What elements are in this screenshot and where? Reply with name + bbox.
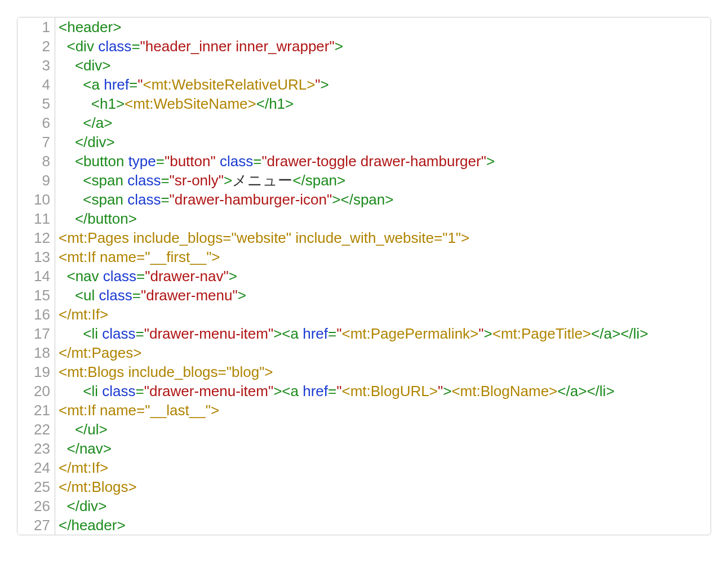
code-token: </ [75, 421, 87, 438]
code-token: " [315, 76, 320, 93]
code-token: > [102, 57, 110, 74]
code-content: <li class="drawer-menu-item"><a href="<m… [55, 381, 711, 401]
code-token: ul [87, 421, 99, 438]
code-block: 1<header>2 <div class="header_inner inne… [17, 17, 711, 535]
code-content: <span class="drawer-hamburger-icon"></sp… [55, 190, 711, 209]
code-token: a [570, 383, 578, 399]
code-token: span [305, 172, 337, 189]
code-token: < [282, 325, 290, 342]
code-token: > [113, 19, 121, 35]
code-token [59, 114, 83, 131]
code-line: 23 </nav> [17, 439, 711, 458]
code-token: > [116, 95, 125, 112]
line-number: 18 [17, 343, 55, 362]
code-token: " [438, 383, 443, 399]
code-token: <mt:PagePermalink> [341, 325, 478, 342]
code-token: = [161, 191, 169, 208]
line-number: 1 [17, 17, 55, 37]
code-token: li [633, 325, 640, 342]
code-line: 2 <div class="header_inner inner_wrapper… [17, 37, 711, 56]
code-token: </ [340, 191, 353, 208]
code-token [99, 268, 103, 285]
code-token: button [83, 153, 124, 170]
code-token: = [132, 287, 141, 304]
code-token: = [328, 325, 336, 342]
code-token: > [321, 76, 329, 93]
line-number: 23 [17, 439, 55, 458]
code-token: div [76, 38, 94, 55]
code-line: 13<mt:If name="__first__"> [17, 247, 711, 267]
code-token: = [131, 38, 140, 55]
line-number: 6 [17, 113, 55, 132]
code-content: <button type="button" class="drawer-togg… [55, 152, 711, 171]
code-token: = [161, 172, 169, 189]
code-token: > [486, 153, 495, 170]
code-token: class [102, 383, 135, 399]
code-token: "drawer-menu-item" [144, 383, 273, 399]
code-content: <li class="drawer-menu-item"><a href="<m… [55, 324, 711, 343]
code-token: < [66, 38, 75, 55]
code-token: > [273, 325, 282, 342]
code-token: header [71, 517, 117, 534]
code-token: "drawer-nav" [145, 268, 229, 285]
code-content: </mt:If> [55, 305, 711, 324]
code-token: button [87, 210, 128, 227]
code-token: < [282, 383, 290, 399]
code-token: </mt:If> [59, 459, 108, 476]
code-token: a [92, 76, 100, 93]
code-token: span [92, 172, 123, 189]
code-token: a [291, 383, 299, 399]
code-token: > [224, 172, 232, 189]
code-token: > [117, 517, 125, 534]
line-number: 19 [17, 362, 55, 381]
code-token: < [75, 287, 83, 304]
code-token: href [104, 76, 129, 93]
code-content: <mt:If name="__first__"> [55, 247, 711, 267]
code-token: < [83, 76, 91, 93]
code-content: <h1><mt:WebSiteName></h1> [55, 94, 711, 113]
code-token: </ [557, 383, 570, 399]
line-number: 17 [17, 324, 55, 343]
code-token [59, 172, 83, 189]
code-line: 14 <nav class="drawer-nav"> [17, 267, 711, 286]
code-token [59, 268, 66, 285]
code-content: </mt:If> [55, 458, 711, 477]
code-token: ul [83, 287, 95, 304]
code-content: </a> [55, 113, 711, 132]
code-content: </header> [55, 516, 711, 535]
code-token: header [67, 19, 113, 35]
code-token: > [106, 134, 115, 150]
code-token: > [99, 421, 108, 438]
code-token: a [291, 325, 299, 342]
code-token: "sr-only" [170, 172, 224, 189]
code-content: </button> [55, 209, 711, 228]
code-token: <mt:WebsiteRelativeURL> [143, 76, 315, 93]
code-content: <a href="<mt:WebsiteRelativeURL>"> [55, 75, 711, 94]
code-content: </mt:Pages> [55, 343, 711, 362]
code-content: <mt:Pages include_blogs="website" includ… [55, 228, 711, 247]
code-token: > [103, 440, 112, 457]
code-token [59, 38, 66, 55]
code-token: < [91, 95, 100, 112]
code-content: <nav class="drawer-nav"> [55, 267, 711, 286]
code-token: <mt:Blogs include_blogs="blog"> [59, 363, 273, 380]
code-token: > [238, 287, 246, 304]
code-line: 5 <h1><mt:WebSiteName></h1> [17, 94, 711, 113]
line-number: 21 [17, 401, 55, 420]
code-token: = [156, 153, 165, 170]
code-line: 20 <li class="drawer-menu-item"><a href=… [17, 381, 711, 401]
code-token [124, 153, 128, 170]
code-token [59, 287, 75, 304]
code-line: 19<mt:Blogs include_blogs="blog"> [17, 362, 711, 381]
code-token: < [83, 325, 91, 342]
code-token: h1 [100, 95, 116, 112]
code-token: > [335, 38, 343, 55]
line-number: 20 [17, 381, 55, 401]
code-token: class [102, 325, 135, 342]
code-token: </ [59, 517, 71, 534]
code-line: 24</mt:If> [17, 458, 711, 477]
code-token: </mt:If> [59, 306, 108, 323]
code-token: メニュー [232, 172, 292, 189]
code-token: = [129, 76, 137, 93]
code-token [59, 210, 75, 227]
